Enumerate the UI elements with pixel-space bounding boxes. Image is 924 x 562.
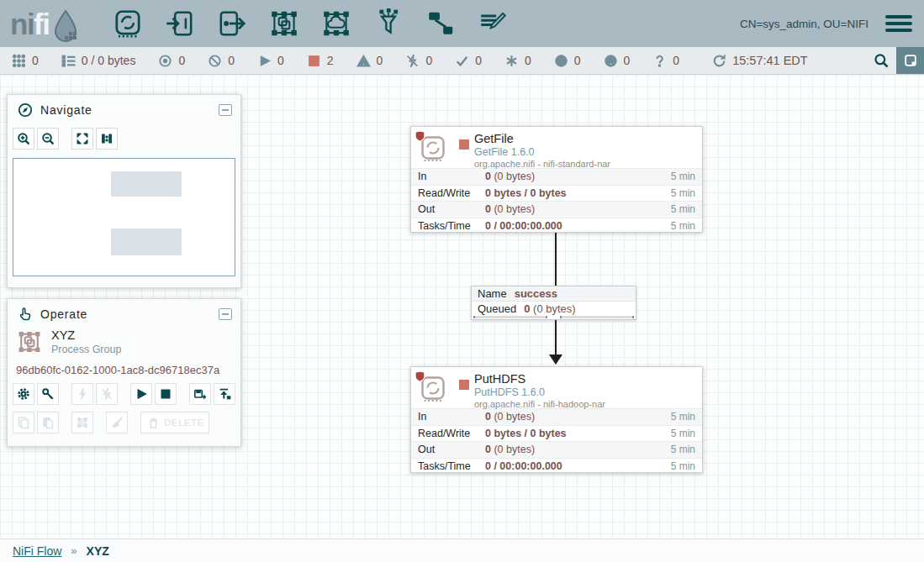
- template-icon[interactable]: [425, 8, 457, 39]
- zoom-actual-size-button[interactable]: [96, 128, 118, 150]
- stop-button[interactable]: [155, 383, 177, 405]
- threads-grid-icon: [12, 54, 26, 68]
- process-group-icon[interactable]: [268, 8, 300, 39]
- breadcrumb-separator: »: [71, 544, 77, 557]
- stat-value: 0 bytes / 0 bytes: [485, 187, 671, 199]
- access-policies-button[interactable]: [37, 383, 59, 405]
- stat-window: 5 min: [671, 460, 695, 472]
- processor-getfile[interactable]: GetFile GetFile 1.6.0 org.apache.nifi - …: [410, 126, 703, 233]
- processor-titles: GetFile GetFile 1.6.0 org.apache.nifi - …: [474, 132, 610, 169]
- connection-queued-value: 0 (0 bytes): [524, 302, 575, 315]
- zoom-out-button[interactable]: [37, 128, 59, 150]
- flash-icon: [76, 387, 89, 401]
- refresh-icon[interactable]: [712, 54, 726, 68]
- play-icon: [135, 387, 148, 401]
- stat-value: 0 / 00:00:00.000: [485, 220, 671, 232]
- stat-window: 5 min: [671, 187, 695, 199]
- status-count: 0: [624, 54, 631, 67]
- processor-icon[interactable]: [112, 8, 144, 39]
- label-icon[interactable]: [477, 8, 509, 39]
- enable-button[interactable]: [71, 383, 93, 405]
- queued-list-icon: [61, 54, 76, 68]
- queue-threshold-bars: [472, 316, 636, 319]
- start-button[interactable]: [130, 383, 152, 405]
- connection-name-row: Name success: [472, 286, 636, 302]
- component-type: Process Group: [51, 344, 121, 355]
- status-count: 0: [178, 54, 185, 67]
- restricted-shield-icon: [414, 130, 425, 142]
- operate-collapse-button[interactable]: [219, 308, 232, 320]
- queue-size-bar: [560, 316, 634, 318]
- disable-button[interactable]: [96, 383, 118, 405]
- output-port-icon[interactable]: [216, 8, 248, 39]
- stat-label: Read/Write: [418, 187, 485, 199]
- copy-button[interactable]: [13, 412, 34, 433]
- stat-window: 5 min: [671, 171, 695, 182]
- connection-label[interactable]: Name success Queued 0 (0 bytes): [471, 286, 636, 320]
- invalid-warning-icon: [356, 54, 371, 68]
- stat-window: 5 min: [671, 220, 695, 232]
- processor-header: GetFile GetFile 1.6.0 org.apache.nifi - …: [411, 127, 702, 168]
- input-port-icon[interactable]: [164, 8, 196, 39]
- bulletin-board-button[interactable]: [896, 47, 924, 74]
- stat-label: In: [418, 411, 485, 423]
- upload-template-icon: [218, 387, 231, 401]
- status-count: 0 / 0 bytes: [82, 54, 136, 67]
- run-status-stopped-icon: [459, 139, 469, 150]
- stat-row-out: Out 0 (0 bytes) 5 min: [411, 441, 702, 458]
- birdseye-minimap[interactable]: [13, 158, 235, 276]
- stat-window: 5 min: [671, 411, 695, 423]
- flow-canvas[interactable]: Navigate: [0, 75, 924, 538]
- last-refresh-time: 15:57:41 EDT: [732, 54, 807, 67]
- processor-name: PutHDFS: [474, 372, 605, 386]
- zoom-fit-button[interactable]: [71, 128, 93, 150]
- delete-button[interactable]: DELETE: [140, 412, 209, 433]
- zoom-out-icon: [41, 132, 55, 146]
- status-count: 2: [327, 54, 334, 67]
- paste-button[interactable]: [37, 412, 59, 433]
- group-button[interactable]: [71, 412, 93, 433]
- funnel-icon[interactable]: [372, 8, 404, 39]
- component-names: XYZ Process Group: [51, 328, 121, 355]
- remote-process-group-icon[interactable]: [320, 8, 352, 39]
- flash-slash-icon: [100, 387, 114, 401]
- status-count: 0: [377, 54, 383, 67]
- status-disabled: 0: [405, 54, 432, 68]
- save-template-button[interactable]: [189, 383, 211, 405]
- minimap-processor-rect: [111, 171, 182, 197]
- status-count: 0: [277, 54, 284, 67]
- configuration-button[interactable]: [13, 383, 34, 405]
- global-menu-button[interactable]: [885, 15, 912, 33]
- restricted-shield-icon: [414, 370, 425, 382]
- status-locally-modified: 0: [504, 54, 531, 68]
- search-icon: [874, 53, 890, 69]
- breadcrumb-root-link[interactable]: NiFi Flow: [13, 544, 61, 558]
- note-icon: [903, 53, 918, 68]
- operate-title: Operate: [40, 307, 87, 321]
- operate-header: Operate: [8, 299, 240, 327]
- status-invalid: 0: [356, 54, 383, 68]
- processor-puthdfs[interactable]: PutHDFS PutHDFS 1.6.0 org.apache.nifi - …: [410, 366, 703, 473]
- stat-row-out: Out 0 (0 bytes) 5 min: [411, 201, 702, 218]
- question-mark-icon: [652, 54, 667, 68]
- status-count: 0: [525, 54, 531, 67]
- upload-template-button[interactable]: [214, 383, 235, 405]
- change-color-button[interactable]: [106, 412, 128, 433]
- navigate-collapse-button[interactable]: [219, 104, 232, 116]
- navigate-title: Navigate: [40, 103, 92, 117]
- status-not-transmitting: 0: [208, 54, 235, 68]
- asterisk-icon: [504, 54, 519, 68]
- stat-label: In: [418, 171, 485, 182]
- delete-label: DELETE: [164, 418, 204, 428]
- stat-window: 5 min: [671, 203, 695, 215]
- stat-row-readwrite: Read/Write 0 bytes / 0 bytes 5 min: [411, 425, 702, 442]
- stat-row-tasks: Tasks/Time 0 / 00:00:00.000 5 min: [411, 458, 702, 475]
- stat-window: 5 min: [671, 444, 695, 455]
- group-selection-icon: [76, 416, 89, 429]
- search-button[interactable]: [866, 47, 896, 74]
- zoom-in-button[interactable]: [13, 128, 34, 150]
- queue-count-bar: [473, 316, 547, 318]
- nifi-logo-text: nifi: [10, 9, 50, 39]
- status-refresh: 15:57:41 EDT: [712, 54, 807, 68]
- trash-icon: [147, 417, 160, 429]
